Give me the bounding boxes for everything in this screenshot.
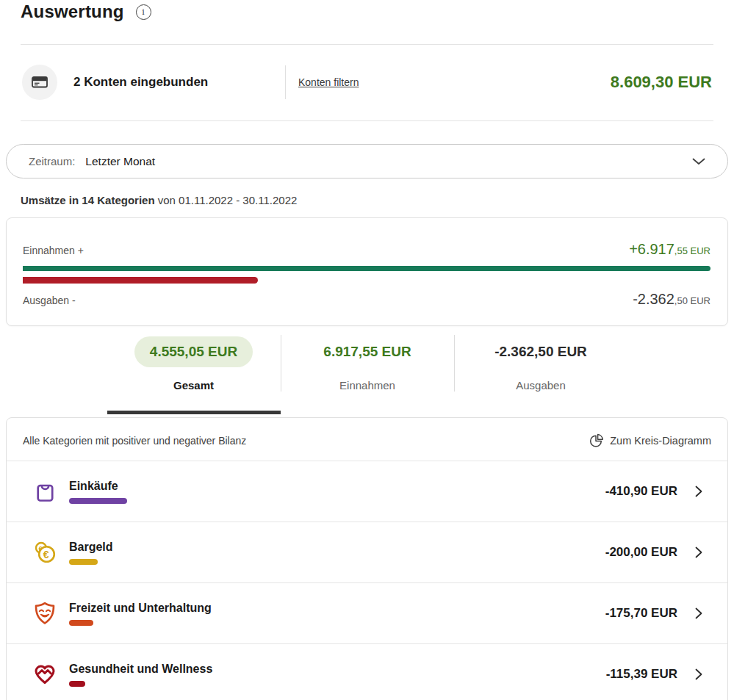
tab-gesamt-label: Gesamt — [107, 379, 281, 392]
chevron-right-icon — [695, 607, 703, 619]
tab-ausgaben[interactable]: -2.362,50 EUR Ausgaben — [454, 335, 627, 392]
tab-ausgaben-amount: -2.362,50 EUR — [494, 336, 587, 367]
category-row-bargeld[interactable]: € € Bargeld -200,00 EUR — [7, 522, 727, 582]
category-amount: -115,39 EUR — [606, 667, 677, 682]
tab-einnahmen-label: Einnahmen — [281, 379, 454, 392]
category-amount: -410,90 EUR — [605, 484, 677, 499]
category-name: Gesundheit und Wellness — [69, 663, 212, 676]
category-bar — [69, 498, 127, 504]
category-row-freizeit[interactable]: Freizeit und Unterhaltung -175,70 EUR — [7, 583, 727, 643]
summary-date-range: von 01.11.2022 - 30.11.2022 — [155, 194, 298, 206]
category-amount: -175,70 EUR — [605, 606, 677, 621]
chevron-right-icon — [695, 546, 703, 558]
category-name: Bargeld — [69, 541, 113, 554]
tab-gesamt[interactable]: 4.555,05 EUR Gesamt — [107, 335, 281, 392]
category-name: Einkäufe — [69, 480, 127, 493]
income-amount: +6.917,55 EUR — [629, 241, 710, 258]
categories-header: Alle Kategorien mit positiver und negati… — [23, 435, 246, 447]
filter-accounts-link[interactable]: Konten filtern — [298, 76, 359, 88]
expense-amount: -2.362,50 EUR — [633, 291, 710, 308]
period-selector[interactable]: Zeitraum: Letzter Monat — [6, 144, 728, 178]
chevron-right-icon — [695, 668, 703, 680]
accounts-row: 2 Konten eingebunden Konten filtern 8.60… — [0, 65, 734, 100]
info-icon[interactable]: i — [136, 4, 151, 20]
expenses-bar — [23, 277, 258, 284]
category-row-einkaeufe[interactable]: Einkäufe -410,90 EUR — [7, 461, 727, 522]
accounts-count-label: 2 Konten eingebunden — [73, 75, 208, 90]
category-name: Freizeit und Unterhaltung — [69, 602, 212, 615]
active-tab-indicator — [107, 411, 281, 414]
category-row-gesundheit[interactable]: Gesundheit und Wellness -115,39 EUR — [7, 644, 727, 700]
divider — [21, 44, 713, 45]
category-bar — [69, 620, 93, 626]
pie-chart-icon — [589, 433, 603, 448]
svg-text:€: € — [43, 549, 49, 560]
period-selector-label: Zeitraum: — [29, 155, 75, 167]
tab-gesamt-amount: 4.555,05 EUR — [134, 336, 253, 367]
income-label: Einnahmen + — [23, 245, 84, 256]
summary-tabs: 4.555,05 EUR Gesamt 6.917,55 EUR Einnahm… — [0, 335, 734, 392]
tab-ausgaben-label: Ausgaben — [455, 379, 627, 392]
tab-einnahmen[interactable]: 6.917,55 EUR Einnahmen — [281, 335, 454, 392]
chevron-down-icon — [692, 158, 705, 165]
summary-line: Umsätze in 14 Kategorien von 01.11.2022 … — [0, 194, 734, 206]
categories-card: Alle Kategorien mit positiver und negati… — [6, 417, 728, 700]
theater-mask-icon — [32, 600, 58, 627]
page-header: Auswertung i — [0, 1, 734, 23]
category-bar — [69, 559, 98, 565]
category-bar — [69, 681, 85, 687]
category-amount: -200,00 EUR — [605, 545, 677, 560]
divider — [21, 120, 713, 121]
pie-chart-link[interactable]: Zum Kreis-Diagramm — [589, 433, 711, 448]
vertical-divider — [285, 65, 286, 99]
summary-bold: Umsätze in 14 Kategorien — [21, 194, 155, 206]
chevron-right-icon — [695, 486, 703, 497]
shopping-bag-icon — [32, 478, 58, 505]
period-selector-value: Letzter Monat — [85, 155, 155, 168]
banknote-icon — [22, 65, 57, 100]
total-balance: 8.609,30 EUR — [611, 73, 712, 92]
tab-einnahmen-amount: 6.917,55 EUR — [323, 336, 411, 367]
coins-icon: € € — [32, 539, 58, 566]
expense-label: Ausgaben - — [23, 295, 76, 306]
heart-pulse-icon — [32, 661, 58, 688]
income-bar — [23, 266, 710, 271]
page-title: Auswertung — [21, 1, 124, 22]
balance-chart-card: Einnahmen + +6.917,55 EUR Ausgaben - -2.… — [6, 217, 728, 326]
